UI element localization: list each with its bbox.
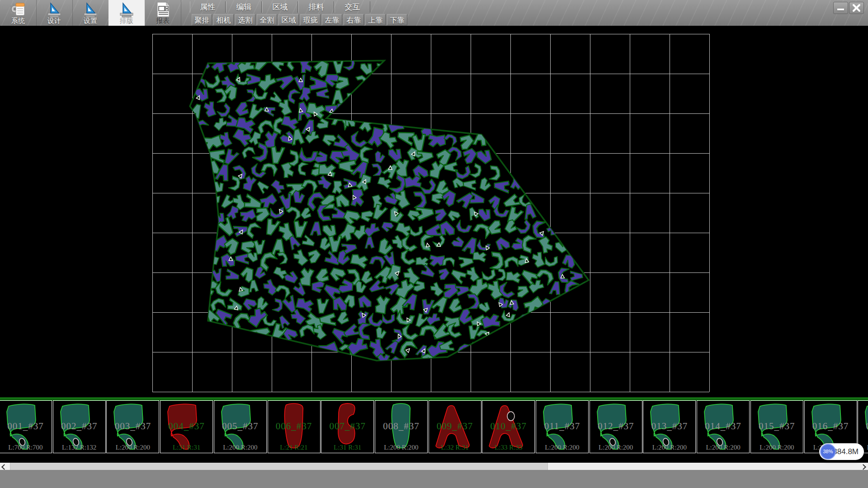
scroll-right-icon[interactable] — [860, 464, 866, 470]
close-button[interactable] — [849, 2, 864, 14]
pattern-thumbnail-15[interactable]: 015_#37L:200 R:200 — [750, 400, 803, 453]
design-icon — [44, 1, 64, 18]
pattern-name: 005_#37 — [214, 421, 266, 432]
pattern-lr-count: L:700 R:700 — [0, 444, 52, 451]
action-button-8[interactable]: 右靠 — [344, 14, 364, 25]
pattern-name: 010_#37 — [482, 421, 534, 432]
pattern-lr-count: L:200 R:200 — [375, 444, 427, 451]
pattern-name: 003_#37 — [107, 421, 159, 432]
pattern-lr-count: L:200 R:200 — [214, 444, 266, 451]
pattern-thumbnail-10[interactable]: 010_#37L:33 R:33 — [482, 400, 535, 453]
pattern-lr-count: L:200 R:200 — [697, 444, 749, 451]
pattern-name: 013_#37 — [643, 421, 695, 432]
toolbar-button-label: 设计 — [36, 17, 72, 25]
nesting-canvas[interactable] — [0, 26, 868, 398]
action-button-5[interactable]: 区域 — [278, 14, 299, 25]
system-icon — [8, 1, 28, 18]
memory-value: 384.8M — [833, 447, 859, 456]
pattern-name: 004_#37 — [160, 421, 212, 432]
percent-badge[interactable]: 38% — [820, 444, 836, 460]
pattern-thumbnail-11[interactable]: 011_#37L:200 R:200 — [536, 400, 589, 453]
pattern-lr-count: L:31 R:31 — [321, 444, 373, 451]
pattern-thumbnail-9[interactable]: 009_#37L:32 R:31 — [429, 400, 481, 453]
menu-item-1[interactable]: 属性 — [190, 1, 226, 13]
action-button-4[interactable]: 全割 — [257, 14, 277, 25]
pattern-name: 002_#37 — [53, 421, 105, 432]
toolbar-button-label: 报表 — [145, 17, 181, 25]
pattern-name: 007_#37 — [321, 421, 373, 432]
pattern-lr-count: L:200 R:200 — [107, 444, 159, 451]
pattern-lr-count: L:21 R:21 — [268, 444, 320, 451]
action-button-2[interactable]: 相机 — [213, 14, 234, 25]
action-button-3[interactable]: 选割 — [235, 14, 255, 25]
pattern-lr-count: L:132 R:132 — [53, 444, 105, 451]
pattern-lr-count: L:33 R:33 — [482, 444, 534, 451]
pattern-thumbnail-6[interactable]: 006_#37L:21 R:21 — [268, 400, 321, 453]
pattern-thumbnail-12[interactable]: 012_#37L:200 R:200 — [590, 400, 642, 453]
application-window: 系统设计设置排版报表 属性编辑区域排料交互 聚排相机选割全割区域瑕疵左靠右靠上靠… — [0, 0, 868, 488]
menu-item-5[interactable]: 交互 — [335, 1, 370, 13]
minimize-icon — [837, 9, 844, 10]
pattern-lr-count: L:200 R:200 — [643, 444, 695, 451]
toolbar-button-2[interactable]: 设计 — [36, 0, 73, 26]
menu-item-3[interactable]: 区域 — [262, 1, 298, 13]
toolbar-button-label: 系统 — [0, 17, 36, 25]
pattern-thumbnail-13[interactable]: 013_#37L:200 R:200 — [643, 400, 696, 453]
action-button-9[interactable]: 上靠 — [365, 14, 386, 25]
pattern-thumbnail-3[interactable]: 003_#37L:200 R:200 — [106, 400, 159, 453]
toolbar: 系统设计设置排版报表 属性编辑区域排料交互 聚排相机选割全割区域瑕疵左靠右靠上靠… — [0, 0, 868, 26]
pattern-name: 016_#37 — [805, 421, 857, 432]
scrollbar-thumb[interactable] — [10, 463, 548, 470]
pattern-lr-count: L:200 R:200 — [536, 444, 588, 451]
status-bar — [0, 470, 868, 488]
menu-item-4[interactable]: 排料 — [298, 1, 334, 13]
action-button-7[interactable]: 左靠 — [322, 14, 342, 25]
toolbar-button-label: 排版 — [108, 17, 145, 25]
pattern-thumbnail-strip: 001_#37L:700 R:700002_#37L:132 R:132003_… — [0, 400, 868, 454]
toolbar-button-3[interactable]: 设置 — [72, 0, 109, 26]
toolbar-button-1[interactable]: 系统 — [0, 0, 37, 26]
settings-icon — [80, 1, 100, 18]
horizontal-scrollbar[interactable] — [0, 463, 868, 470]
punch-hole — [507, 412, 514, 421]
percent-value: 38% — [823, 449, 833, 454]
pattern-thumbnail-5[interactable]: 005_#37L:200 R:200 — [214, 400, 267, 453]
action-button-6[interactable]: 瑕疵 — [300, 14, 321, 25]
pattern-lr-count: L:200 R:200 — [590, 444, 642, 451]
pattern-lr-count: L:200 R:200 — [751, 444, 803, 451]
pattern-thumbnail-2[interactable]: 002_#37L:132 R:132 — [53, 400, 106, 453]
toolbar-button-4[interactable]: 排版 — [108, 0, 145, 26]
pattern-thumbnail-8[interactable]: 008_#37L:200 R:200 — [375, 400, 428, 453]
pattern-thumbnail-4[interactable]: 004_#37L:31 R:31 — [160, 400, 213, 453]
nesting-icon — [117, 1, 137, 18]
pattern-name: 014_#37 — [697, 421, 749, 432]
action-button-10[interactable]: 下靠 — [387, 14, 407, 25]
pattern-name: 015_#37 — [751, 421, 803, 432]
pattern-thumbnail-7[interactable]: 007_#37L:31 R:31 — [321, 400, 374, 453]
pattern-name: 017_#37 — [858, 421, 868, 432]
pattern-lr-count: L:31 R:31 — [160, 444, 212, 451]
pattern-name: 001_#37 — [0, 421, 52, 432]
pattern-name: 009_#37 — [429, 421, 481, 432]
pattern-name: 008_#37 — [375, 421, 427, 432]
toolbar-button-5[interactable]: 报表 — [145, 0, 181, 26]
toolbar-button-label: 设置 — [72, 17, 108, 25]
menu-item-2[interactable]: 编辑 — [226, 1, 262, 13]
nesting-canvas-area[interactable] — [0, 26, 868, 398]
pattern-lr-count: L:32 R:31 — [429, 444, 481, 451]
report-icon — [153, 1, 173, 18]
pattern-name: 012_#37 — [590, 421, 642, 432]
pattern-name: 011_#37 — [536, 421, 588, 432]
pattern-name: 006_#37 — [268, 421, 320, 432]
minimize-button[interactable] — [833, 2, 848, 14]
scroll-left-icon[interactable] — [1, 464, 7, 470]
close-icon — [849, 2, 863, 14]
action-button-1[interactable]: 聚排 — [192, 14, 212, 25]
pattern-thumbnail-1[interactable]: 001_#37L:700 R:700 — [0, 400, 52, 453]
pattern-thumbnail-14[interactable]: 014_#37L:200 R:200 — [697, 400, 750, 453]
